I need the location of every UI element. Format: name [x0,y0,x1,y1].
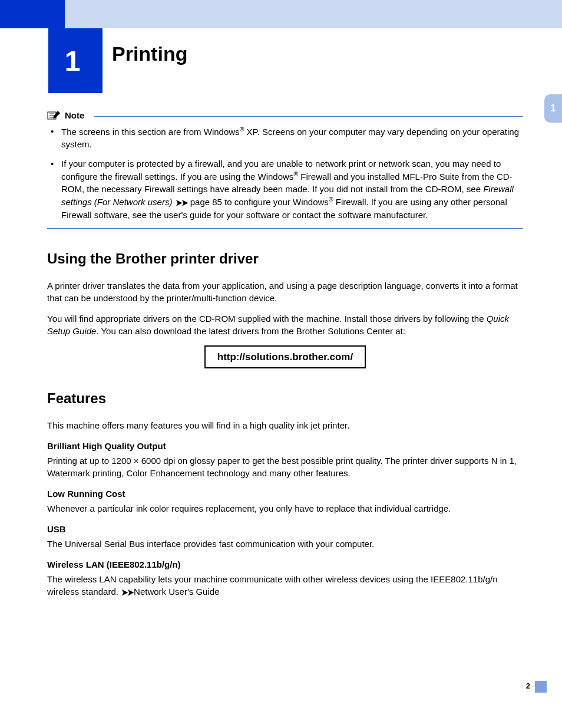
note-end-rule [47,228,523,229]
note-header: Note [47,109,523,121]
note-2-sup1: ® [293,170,298,177]
driver-p1: A printer driver translates the data fro… [47,279,523,304]
url-box-wrap: http://solutions.brother.com/ [47,345,523,369]
feature-3-body: The Universal Serial Bus interface provi… [47,538,523,550]
driver-p2a: You will find appropriate drivers on the… [47,314,487,324]
note-1-pre: The screens in this section are from Win… [61,127,240,137]
feature-4-post: Network User's Guide [134,587,219,597]
header-band [65,0,562,28]
page-number: 2 [526,681,530,690]
chapter-title: Printing [112,42,187,65]
note-list: The screens in this section are from Win… [47,125,523,221]
feature-4-body: The wireless LAN capability lets your ma… [47,573,523,598]
side-tab: 1 [544,94,562,123]
note-rule [94,116,523,117]
feature-3-head: USB [47,523,523,535]
driver-p2: You will find appropriate drivers on the… [47,312,523,337]
header-strip [0,0,65,28]
solutions-url: http://solutions.brother.com/ [217,351,353,363]
feature-4-pre: The wireless LAN capability lets your ma… [47,574,498,597]
note-item-2: If your computer is protected by a firew… [59,157,523,221]
note-label: Note [65,109,84,121]
note-2-l3: page 85 to configure your Windows [188,197,329,207]
features-intro: This machine offers many features you wi… [47,419,523,431]
driver-p2b: . You can also download the latest drive… [96,326,405,336]
note-item-1: The screens in this section are from Win… [59,125,523,150]
note-2-arrows-icon: ➤➤ [176,196,187,209]
feature-2-head: Low Running Cost [47,487,523,500]
section-heading-driver: Using the Brother printer driver [47,249,523,269]
chapter-number: 1 [65,45,81,77]
note-2-sup2: ® [329,196,333,203]
feature-2-body: Whenever a particular ink color requires… [47,502,523,515]
page-number-bar [535,681,547,693]
side-tab-label: 1 [551,103,556,114]
feature-4-head: Wireless LAN (IEEE802.11b/g/n) [47,558,523,571]
note-pencil-icon [47,110,61,121]
solutions-url-box[interactable]: http://solutions.brother.com/ [204,345,366,369]
feature-4-arrows-icon: ➤➤ [121,586,133,598]
page-body: Note The screens in this section are fro… [47,109,523,607]
chapter-number-block: 1 [48,28,103,93]
feature-1-head: Brilliant High Quality Output [47,440,523,452]
section-heading-features: Features [47,388,523,409]
feature-1-body: Printing at up to 1200 × 6000 dpi on glo… [47,454,523,479]
